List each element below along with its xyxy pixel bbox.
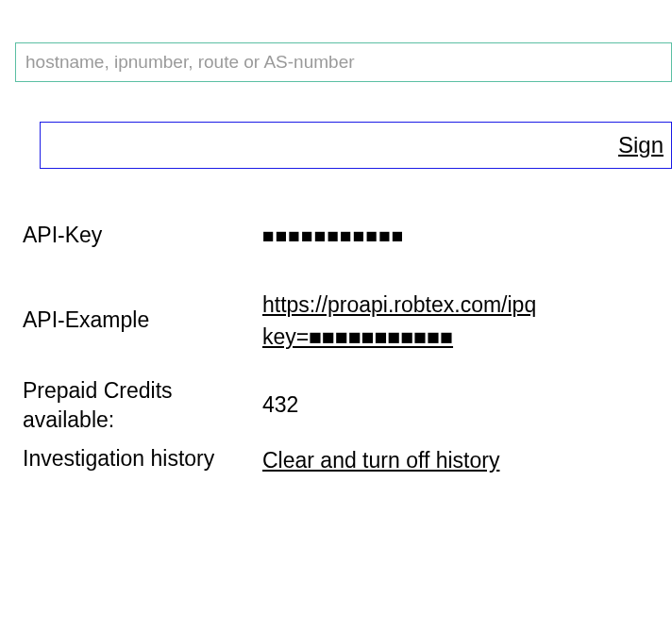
label-api-key: API-Key: [23, 221, 262, 250]
row-history: Investigation history Clear and turn off…: [23, 444, 672, 477]
value-credits: 432: [262, 389, 298, 422]
row-api-key: API-Key ■■■■■■■■■■■: [23, 221, 672, 251]
label-api-example: API-Example: [23, 306, 262, 335]
info-table: API-Key ■■■■■■■■■■■ API-Example https://…: [23, 221, 672, 476]
value-api-key: ■■■■■■■■■■■: [262, 221, 405, 251]
row-credits: Prepaid Credits available: 432: [23, 376, 672, 435]
label-credits: Prepaid Credits available:: [23, 376, 262, 435]
api-example-link[interactable]: https://proapi.robtex.com/ipqkey=■■■■■■■…: [262, 292, 536, 350]
label-history: Investigation history: [23, 444, 262, 473]
sign-box: Sign: [40, 122, 672, 169]
value-api-example: https://proapi.robtex.com/ipqkey=■■■■■■■…: [262, 289, 536, 354]
clear-history-link[interactable]: Clear and turn off history: [262, 448, 499, 472]
sign-link[interactable]: Sign: [618, 132, 664, 158]
row-api-example: API-Example https://proapi.robtex.com/ip…: [23, 289, 672, 354]
search-input[interactable]: [15, 42, 672, 82]
